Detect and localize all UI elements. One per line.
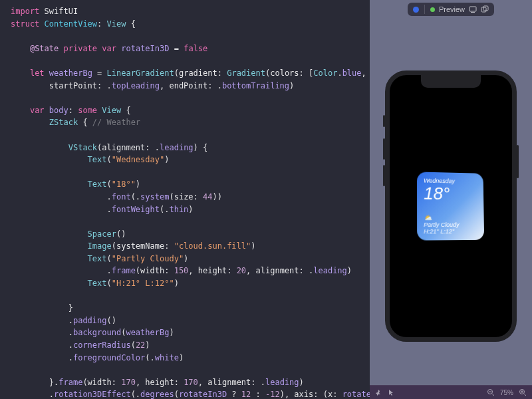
cursor-icon[interactable] (388, 389, 395, 396)
device-icon[interactable] (469, 6, 477, 13)
svg-line-6 (492, 394, 494, 396)
preview-status-dot-icon (430, 7, 435, 12)
widget-temperature: 18° (424, 185, 477, 203)
weather-widget: Wednesday 18° ⛅ Partly Cloudy H:21° L:12… (417, 172, 484, 240)
live-preview-indicator-icon[interactable] (413, 7, 419, 13)
device-volume-down (383, 165, 385, 186)
code-editor[interactable]: import SwiftUI struct ContentView: View … (0, 0, 370, 399)
canvas-status-bar: 75% (370, 385, 532, 399)
simulator-device[interactable]: Wednesday 18° ⛅ Partly Cloudy H:21° L:12… (385, 70, 517, 342)
preview-toolbar: Preview (408, 3, 494, 16)
preview-pane: Preview Wednesday 18° ⛅ Partly Cloudy H:… (370, 0, 532, 399)
preview-label: Preview (439, 5, 465, 13)
zoom-in-icon[interactable] (519, 388, 527, 396)
simulator-screen[interactable]: Wednesday 18° ⛅ Partly Cloudy H:21° L:12… (390, 75, 512, 337)
duplicate-preview-icon[interactable] (481, 5, 489, 13)
device-power-button (517, 145, 519, 178)
device-volume-up (383, 138, 385, 160)
zoom-out-icon[interactable] (487, 388, 495, 396)
cloud-sun-icon: ⛅ (424, 214, 477, 221)
zoom-level[interactable]: 75% (500, 389, 513, 396)
toolbar-separator (424, 5, 425, 14)
widget-high-low: H:21° L:12° (424, 228, 477, 235)
svg-line-10 (524, 394, 526, 396)
pin-icon[interactable] (375, 389, 382, 396)
svg-rect-0 (469, 7, 476, 11)
widget-condition: Partly Cloudy (424, 221, 477, 228)
device-mute-switch (383, 115, 385, 127)
